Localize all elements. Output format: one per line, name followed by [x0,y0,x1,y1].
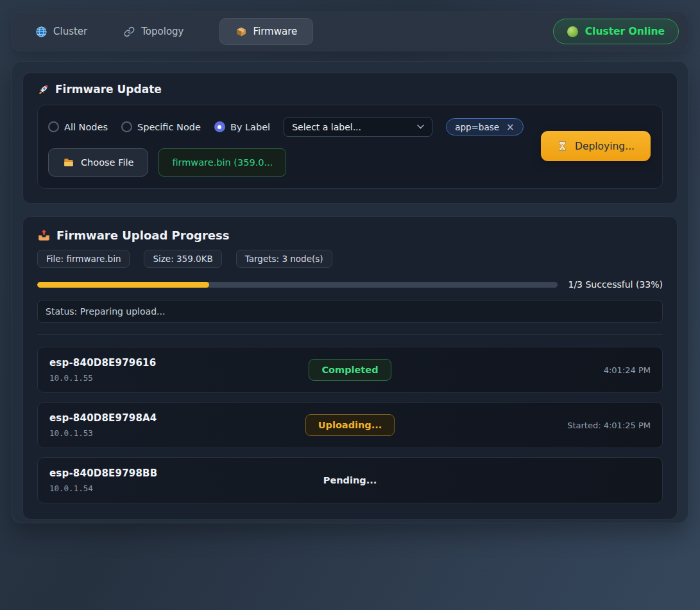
meta-size-badge: Size: 359.0KB [144,250,221,268]
folder-icon [63,157,74,168]
selected-file-label: firmware.bin (359.0... [172,157,273,168]
radio-by-label[interactable]: By Label [214,121,270,132]
choose-file-label: Choose File [81,157,133,168]
deploy-button-label: Deploying... [575,141,635,152]
radio-label: All Nodes [64,122,108,132]
radio-circle-icon [121,121,132,132]
radio-label: By Label [230,122,270,132]
label-chip-text: app=base [455,122,499,132]
meta-file-badge: File: firmware.bin [37,250,130,268]
radio-label: Specific Node [137,122,201,132]
node-time: 4:01:24 PM [391,365,651,375]
label-select-placeholder: Select a label... [292,122,361,132]
status-badge: Pending... [323,475,377,485]
nav-tab-label: Cluster [53,26,87,37]
divider [37,335,663,335]
globe-icon [35,26,47,38]
deploy-form-panel: All Nodes Specific Node By Label Select … [37,105,663,189]
nav-tab-cluster[interactable]: Cluster [35,26,87,38]
node-ip: 10.0.1.54 [49,484,323,493]
link-icon [123,26,135,38]
cluster-status-label: Cluster Online [585,26,665,37]
label-select[interactable]: Select a label... [284,117,432,137]
package-icon [235,26,247,37]
node-name: esp-840D8E9798BB [49,467,323,479]
node-row-3: esp-840D8E9798BB 10.0.1.54 Pending... [37,457,663,503]
selected-file-button[interactable]: firmware.bin (359.0... [158,148,286,177]
card-title-text: Firmware Update [55,83,162,96]
node-row-2: esp-840D8E9798A4 10.0.1.53 Uploading... … [37,402,663,448]
progress-label: 1/3 Successful (33%) [568,279,663,290]
firmware-update-title: Firmware Update [37,83,663,96]
node-ip: 10.0.1.53 [49,428,305,438]
node-name: esp-840D8E979616 [49,357,309,369]
top-nav-bar: Cluster Topology Firmware Cluster Online [12,12,688,51]
upload-status-text: Status: Preparing upload... [37,300,663,323]
upload-progress-title: Firmware Upload Progress [37,229,663,242]
node-info: esp-840D8E9798A4 10.0.1.53 [49,412,305,438]
radio-circle-icon [214,121,225,132]
nav-tab-firmware[interactable]: Firmware [219,18,313,45]
node-name: esp-840D8E9798A4 [49,412,305,424]
node-info: esp-840D8E9798BB 10.0.1.54 [49,467,323,493]
radio-circle-icon [48,121,59,132]
node-info: esp-840D8E979616 10.0.1.55 [49,357,309,383]
main-container: Firmware Update All Nodes Specific Node … [12,61,688,523]
hourglass-icon [557,141,568,152]
node-ip: 10.0.1.55 [49,373,309,383]
node-row-1: esp-840D8E979616 10.0.1.55 Completed 4:0… [37,347,663,393]
status-badge: Uploading... [305,414,395,436]
progress-row: 1/3 Successful (33%) [37,279,663,290]
meta-targets-badge: Targets: 3 node(s) [236,250,332,268]
upload-progress-card: Firmware Upload Progress File: firmware.… [22,216,678,519]
progress-bar [37,282,558,288]
nav-tab-label: Topology [141,26,184,37]
chevron-down-icon [417,125,424,129]
chip-remove-icon[interactable]: × [506,121,515,133]
rocket-icon [37,83,49,96]
nav-tab-topology[interactable]: Topology [123,26,184,38]
green-circle-icon [567,26,578,37]
deploy-button[interactable]: Deploying... [541,131,651,161]
cluster-status-badge: Cluster Online [553,19,679,44]
upload-meta-row: File: firmware.bin Size: 359.0KB Targets… [37,250,663,268]
card-title-text: Firmware Upload Progress [56,229,229,242]
choose-file-button[interactable]: Choose File [48,148,148,177]
nav-tab-label: Firmware [253,26,297,37]
status-badge: Completed [309,359,391,381]
radio-all-nodes[interactable]: All Nodes [48,121,108,132]
radio-specific-node[interactable]: Specific Node [121,121,201,132]
progress-fill [37,282,209,288]
outbox-tray-icon [37,229,51,242]
label-chip-app-base[interactable]: app=base × [446,118,523,135]
node-time: Started: 4:01:25 PM [395,421,651,430]
firmware-update-card: Firmware Update All Nodes Specific Node … [22,73,678,204]
